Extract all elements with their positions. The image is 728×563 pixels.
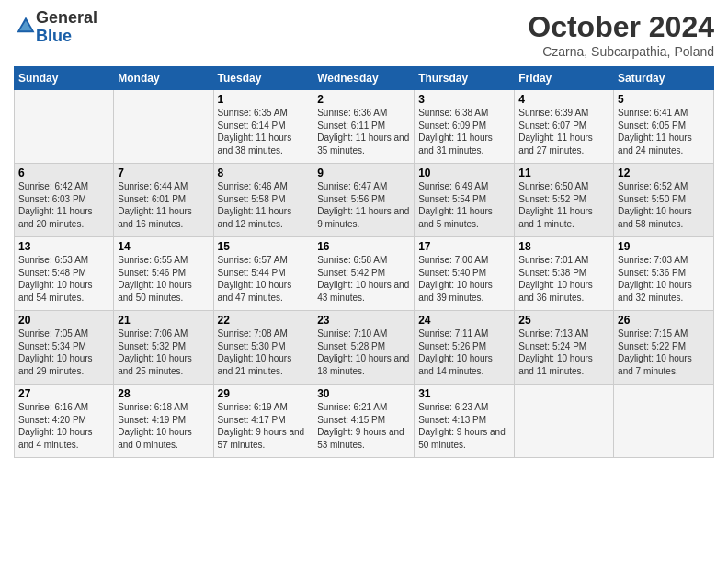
day-number: 26 [618, 314, 710, 327]
calendar-week-row: 27Sunrise: 6:16 AM Sunset: 4:20 PM Dayli… [15, 385, 714, 458]
cell-sun-info: Sunrise: 6:19 AM Sunset: 4:17 PM Dayligh… [218, 401, 310, 451]
calendar-cell: 10Sunrise: 6:49 AM Sunset: 5:54 PM Dayli… [415, 164, 515, 237]
day-number: 31 [418, 387, 510, 400]
calendar-cell: 19Sunrise: 7:03 AM Sunset: 5:36 PM Dayli… [614, 237, 714, 311]
cell-sun-info: Sunrise: 6:39 AM Sunset: 6:07 PM Dayligh… [518, 107, 609, 156]
calendar-cell: 23Sunrise: 7:10 AM Sunset: 5:28 PM Dayli… [313, 311, 415, 385]
day-number: 8 [218, 167, 310, 179]
weekday-header-thursday: Thursday [415, 67, 515, 90]
logo-blue-text: Blue [36, 27, 72, 45]
cell-sun-info: Sunrise: 6:55 AM Sunset: 5:46 PM Dayligh… [118, 254, 209, 304]
cell-sun-info: Sunrise: 6:41 AM Sunset: 6:05 PM Dayligh… [618, 107, 710, 156]
calendar-cell: 15Sunrise: 6:57 AM Sunset: 5:44 PM Dayli… [213, 237, 313, 311]
calendar-cell: 2Sunrise: 6:36 AM Sunset: 6:11 PM Daylig… [313, 90, 415, 164]
calendar-cell: 27Sunrise: 6:16 AM Sunset: 4:20 PM Dayli… [15, 385, 114, 458]
day-number: 7 [118, 167, 209, 179]
weekday-header-wednesday: Wednesday [313, 67, 415, 90]
calendar-cell: 30Sunrise: 6:21 AM Sunset: 4:15 PM Dayli… [313, 385, 415, 458]
location-text: Czarna, Subcarpathia, Poland [528, 44, 714, 59]
cell-sun-info: Sunrise: 6:44 AM Sunset: 6:01 PM Dayligh… [118, 180, 209, 230]
cell-sun-info: Sunrise: 7:08 AM Sunset: 5:30 PM Dayligh… [218, 327, 310, 377]
day-number: 13 [18, 240, 109, 253]
calendar-cell: 25Sunrise: 7:13 AM Sunset: 5:24 PM Dayli… [515, 311, 614, 385]
cell-sun-info: Sunrise: 6:47 AM Sunset: 5:56 PM Dayligh… [317, 180, 410, 230]
cell-sun-info: Sunrise: 6:50 AM Sunset: 5:52 PM Dayligh… [518, 180, 609, 230]
weekday-header-monday: Monday [114, 67, 213, 90]
day-number: 17 [418, 240, 510, 253]
weekday-header-row: SundayMondayTuesdayWednesdayThursdayFrid… [15, 67, 714, 90]
day-number: 27 [18, 387, 109, 400]
logo: General Blue [14, 9, 97, 46]
day-number: 18 [518, 240, 609, 253]
calendar-cell: 17Sunrise: 7:00 AM Sunset: 5:40 PM Dayli… [415, 237, 515, 311]
cell-sun-info: Sunrise: 7:01 AM Sunset: 5:38 PM Dayligh… [518, 254, 609, 304]
calendar-cell: 14Sunrise: 6:55 AM Sunset: 5:46 PM Dayli… [114, 237, 213, 311]
calendar-cell: 28Sunrise: 6:18 AM Sunset: 4:19 PM Dayli… [114, 385, 213, 458]
calendar-cell: 4Sunrise: 6:39 AM Sunset: 6:07 PM Daylig… [515, 90, 614, 164]
day-number: 24 [418, 314, 510, 327]
day-number: 12 [618, 167, 710, 179]
calendar-cell: 9Sunrise: 6:47 AM Sunset: 5:56 PM Daylig… [313, 164, 415, 237]
day-number: 25 [518, 314, 609, 327]
title-block: October 2024 Czarna, Subcarpathia, Polan… [528, 9, 714, 59]
day-number: 30 [317, 387, 410, 400]
calendar-cell: 21Sunrise: 7:06 AM Sunset: 5:32 PM Dayli… [114, 311, 213, 385]
day-number: 19 [618, 240, 710, 253]
calendar-cell: 13Sunrise: 6:53 AM Sunset: 5:48 PM Dayli… [15, 237, 114, 311]
calendar-cell: 7Sunrise: 6:44 AM Sunset: 6:01 PM Daylig… [114, 164, 213, 237]
day-number: 28 [118, 387, 209, 400]
cell-sun-info: Sunrise: 7:06 AM Sunset: 5:32 PM Dayligh… [118, 327, 209, 377]
cell-sun-info: Sunrise: 7:10 AM Sunset: 5:28 PM Dayligh… [317, 327, 410, 377]
cell-sun-info: Sunrise: 6:52 AM Sunset: 5:50 PM Dayligh… [618, 180, 710, 230]
day-number: 1 [218, 93, 310, 106]
day-number: 22 [218, 314, 310, 327]
calendar-cell [114, 90, 213, 164]
calendar-cell: 8Sunrise: 6:46 AM Sunset: 5:58 PM Daylig… [213, 164, 313, 237]
logo-general-text: General [36, 8, 97, 27]
calendar-week-row: 1Sunrise: 6:35 AM Sunset: 6:14 PM Daylig… [15, 90, 714, 164]
cell-sun-info: Sunrise: 7:11 AM Sunset: 5:26 PM Dayligh… [418, 327, 510, 377]
day-number: 21 [118, 314, 209, 327]
cell-sun-info: Sunrise: 6:18 AM Sunset: 4:19 PM Dayligh… [118, 401, 209, 451]
calendar-cell: 20Sunrise: 7:05 AM Sunset: 5:34 PM Dayli… [15, 311, 114, 385]
day-number: 20 [18, 314, 109, 327]
cell-sun-info: Sunrise: 6:36 AM Sunset: 6:11 PM Dayligh… [317, 107, 410, 156]
cell-sun-info: Sunrise: 7:15 AM Sunset: 5:22 PM Dayligh… [618, 327, 710, 377]
weekday-header-tuesday: Tuesday [213, 67, 313, 90]
calendar-cell: 12Sunrise: 6:52 AM Sunset: 5:50 PM Dayli… [614, 164, 714, 237]
cell-sun-info: Sunrise: 6:38 AM Sunset: 6:09 PM Dayligh… [418, 107, 510, 156]
weekday-header-saturday: Saturday [614, 67, 714, 90]
calendar-cell: 29Sunrise: 6:19 AM Sunset: 4:17 PM Dayli… [213, 385, 313, 458]
calendar-cell: 18Sunrise: 7:01 AM Sunset: 5:38 PM Dayli… [515, 237, 614, 311]
calendar-cell [515, 385, 614, 458]
cell-sun-info: Sunrise: 6:35 AM Sunset: 6:14 PM Dayligh… [218, 107, 310, 156]
calendar-cell: 31Sunrise: 6:23 AM Sunset: 4:13 PM Dayli… [415, 385, 515, 458]
cell-sun-info: Sunrise: 6:42 AM Sunset: 6:03 PM Dayligh… [18, 180, 109, 230]
cell-sun-info: Sunrise: 7:03 AM Sunset: 5:36 PM Dayligh… [618, 254, 710, 304]
cell-sun-info: Sunrise: 7:00 AM Sunset: 5:40 PM Dayligh… [418, 254, 510, 304]
day-number: 11 [518, 167, 609, 179]
cell-sun-info: Sunrise: 6:21 AM Sunset: 4:15 PM Dayligh… [317, 401, 410, 451]
cell-sun-info: Sunrise: 6:16 AM Sunset: 4:20 PM Dayligh… [18, 401, 109, 451]
cell-sun-info: Sunrise: 7:05 AM Sunset: 5:34 PM Dayligh… [18, 327, 109, 377]
day-number: 23 [317, 314, 410, 327]
calendar-week-row: 6Sunrise: 6:42 AM Sunset: 6:03 PM Daylig… [15, 164, 714, 237]
calendar-cell: 6Sunrise: 6:42 AM Sunset: 6:03 PM Daylig… [15, 164, 114, 237]
calendar-table: SundayMondayTuesdayWednesdayThursdayFrid… [14, 66, 714, 458]
calendar-cell: 22Sunrise: 7:08 AM Sunset: 5:30 PM Dayli… [213, 311, 313, 385]
page-header: General Blue October 2024 Czarna, Subcar… [14, 9, 714, 59]
calendar-cell: 3Sunrise: 6:38 AM Sunset: 6:09 PM Daylig… [415, 90, 515, 164]
calendar-week-row: 13Sunrise: 6:53 AM Sunset: 5:48 PM Dayli… [15, 237, 714, 311]
calendar-cell: 26Sunrise: 7:15 AM Sunset: 5:22 PM Dayli… [614, 311, 714, 385]
day-number: 9 [317, 167, 410, 179]
day-number: 14 [118, 240, 209, 253]
day-number: 10 [418, 167, 510, 179]
cell-sun-info: Sunrise: 6:57 AM Sunset: 5:44 PM Dayligh… [218, 254, 310, 304]
day-number: 16 [317, 240, 410, 253]
calendar-cell: 1Sunrise: 6:35 AM Sunset: 6:14 PM Daylig… [213, 90, 313, 164]
cell-sun-info: Sunrise: 6:58 AM Sunset: 5:42 PM Dayligh… [317, 254, 410, 304]
weekday-header-sunday: Sunday [15, 67, 114, 90]
calendar-cell [614, 385, 714, 458]
day-number: 5 [618, 93, 710, 106]
cell-sun-info: Sunrise: 6:23 AM Sunset: 4:13 PM Dayligh… [418, 401, 510, 451]
